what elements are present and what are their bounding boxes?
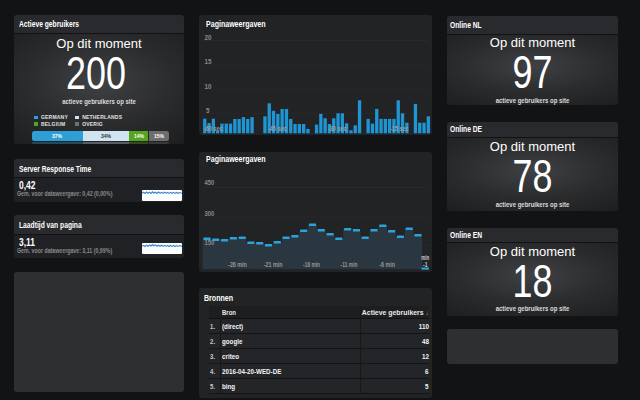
- svg-text:-45 sec: -45 sec: [268, 125, 287, 132]
- svg-text:450: 450: [205, 179, 215, 186]
- svg-text:-26 min: -26 min: [228, 261, 247, 268]
- svg-text:20: 20: [205, 34, 212, 41]
- svg-text:15: 15: [205, 58, 212, 65]
- svg-text:min: min: [421, 253, 429, 260]
- svg-text:10: 10: [205, 83, 212, 90]
- svg-text:-1: -1: [423, 261, 428, 268]
- svg-text:5: 5: [206, 107, 210, 114]
- svg-text:-16 min: -16 min: [303, 261, 320, 268]
- svg-text:-11 min: -11 min: [341, 261, 358, 268]
- svg-text:-21 min: -21 min: [264, 261, 283, 268]
- svg-text:-6 min: -6 min: [379, 261, 395, 268]
- svg-text:-15 sec: -15 sec: [390, 125, 409, 132]
- svg-text:300: 300: [205, 210, 215, 217]
- svg-text:-60 sec: -60 sec: [204, 125, 223, 132]
- svg-text:-30 sec: -30 sec: [328, 125, 347, 132]
